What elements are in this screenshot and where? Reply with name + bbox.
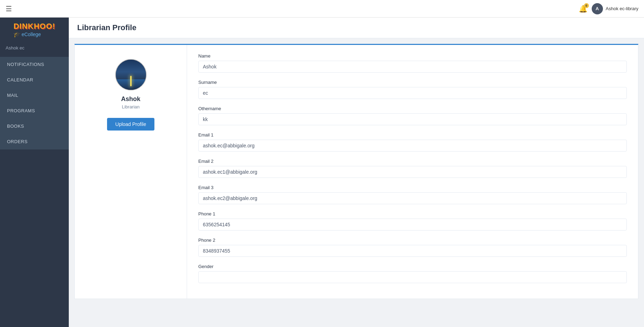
sidebar-nav: NOTIFICATIONS CALENDAR MAIL PROGRAMS BOO… (0, 57, 69, 149)
menu-toggle-icon[interactable]: ☰ (6, 5, 12, 13)
profile-left-panel: Ashok Librarian Upload Profile (75, 45, 187, 299)
email3-field-group: Email 3 (198, 185, 627, 204)
email1-label: Email 1 (198, 132, 627, 138)
sidebar-user-label: Ashok ec (0, 42, 69, 54)
user-name-header: Ashok ec-library (606, 6, 638, 11)
email2-label: Email 2 (198, 159, 627, 164)
avatar: A (592, 3, 603, 14)
page-title: Librarian Profile (77, 23, 636, 32)
bell-badge: 0 (584, 3, 589, 8)
avatar-image (116, 60, 146, 90)
sidebar: DINKHOO! 🎓 eCollege Ashok ec NOTIFICATIO… (0, 18, 69, 327)
sidebar-item-mail[interactable]: MAIL (0, 88, 69, 103)
profile-right-panel: Name Surname Othername Email 1 Email 2 (187, 45, 638, 299)
logo-block: DINKHOO! 🎓 eCollege (13, 22, 55, 38)
cap-icon: 🎓 (13, 31, 20, 38)
sidebar-logo: DINKHOO! 🎓 eCollege (0, 18, 69, 42)
profile-role: Librarian (122, 104, 140, 109)
sidebar-item-notifications[interactable]: NOTIFICATIONS (0, 57, 69, 72)
logo-ecollege: 🎓 eCollege (13, 31, 55, 38)
upload-profile-button[interactable]: Upload Profile (107, 118, 155, 131)
header: ☰ 🔔 0 A Ashok ec-library (0, 0, 644, 18)
sidebar-item-books[interactable]: BOOKS (0, 119, 69, 134)
phone1-label: Phone 1 (198, 211, 627, 216)
email2-field-group: Email 2 (198, 159, 627, 178)
profile-container: Ashok Librarian Upload Profile Name Surn… (74, 44, 638, 299)
sidebar-item-programs[interactable]: PROGRAMS (0, 103, 69, 119)
main-content: Librarian Profile Ashok Librarian Upload… (69, 18, 644, 327)
profile-avatar (115, 59, 147, 91)
header-left: ☰ (6, 5, 12, 13)
surname-field-group: Surname (198, 80, 627, 99)
sidebar-item-calendar[interactable]: CALENDAR (0, 72, 69, 88)
phone2-input[interactable] (198, 245, 627, 257)
othername-label: Othername (198, 106, 627, 111)
name-input[interactable] (198, 61, 627, 73)
logo-dinkhoo: DINKHOO! (13, 22, 55, 31)
gender-field-group: Gender (198, 264, 627, 283)
email1-input[interactable] (198, 140, 627, 152)
avatar-reflection (130, 76, 132, 86)
header-right: 🔔 0 A Ashok ec-library (579, 3, 638, 14)
body-layout: DINKHOO! 🎓 eCollege Ashok ec NOTIFICATIO… (0, 18, 644, 327)
gender-label: Gender (198, 264, 627, 269)
notifications-bell[interactable]: 🔔 0 (579, 5, 587, 13)
phone1-input[interactable] (198, 219, 627, 231)
email2-input[interactable] (198, 166, 627, 178)
othername-input[interactable] (198, 113, 627, 125)
phone1-field-group: Phone 1 (198, 211, 627, 231)
sidebar-item-orders[interactable]: ORDERS (0, 134, 69, 149)
page-title-bar: Librarian Profile (69, 18, 644, 38)
email3-input[interactable] (198, 192, 627, 204)
name-label: Name (198, 53, 627, 59)
profile-display-name: Ashok (121, 95, 140, 103)
name-field-group: Name (198, 53, 627, 73)
gender-input[interactable] (198, 271, 627, 283)
phone2-field-group: Phone 2 (198, 238, 627, 257)
surname-label: Surname (198, 80, 627, 85)
user-menu[interactable]: A Ashok ec-library (592, 3, 638, 14)
surname-input[interactable] (198, 87, 627, 99)
email3-label: Email 3 (198, 185, 627, 190)
email1-field-group: Email 1 (198, 132, 627, 152)
othername-field-group: Othername (198, 106, 627, 125)
phone2-label: Phone 2 (198, 238, 627, 243)
